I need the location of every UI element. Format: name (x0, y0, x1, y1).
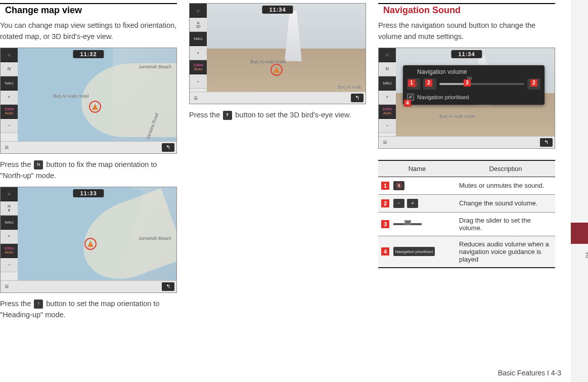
menu-icon[interactable]: ≡ (5, 282, 9, 290)
scale-auto-button[interactable]: 100mAuto (190, 60, 207, 74)
map-sidebar: ⌂ N NAU + 100mAuto − (379, 48, 396, 148)
nav-prioritised-row[interactable]: ✓ Navigation prioritised (407, 94, 540, 101)
callout-2a: 2 (425, 79, 432, 87)
map-bottombar: ≡ ↰ (379, 136, 555, 148)
th-desc: Description (456, 160, 555, 177)
row-desc: Reduces audio volume when a navigation v… (456, 236, 555, 268)
map-sidebar: ⌂ N NAU + 100mAuto − (1, 48, 18, 153)
screenshot-nav-sound: Burj Al Arab Hotel ⌂ N NAU + 100mAuto − … (378, 48, 555, 149)
map-canvas: Jumeirah Beach Burj Al Arab Hotel Jumeir… (18, 48, 176, 153)
zoom-out-button[interactable]: − (1, 258, 18, 272)
zoom-in-button[interactable]: + (1, 230, 18, 244)
compass-heading-button[interactable]: N⬆ (1, 201, 18, 216)
row-num: 1 (381, 182, 389, 190)
column-nav-sound: Navigation Sound Press the navigation so… (378, 3, 555, 354)
screenshot-3d-view: Burj Al Arab Hotel Burj Al Arab ⌂ N3D NA… (189, 3, 366, 104)
menu-icon[interactable]: ≡ (5, 143, 9, 151)
home-icon[interactable]: ⌂ (190, 4, 207, 18)
vehicle-marker (270, 64, 283, 76)
menu-icon[interactable]: ≡ (383, 138, 387, 146)
row-desc: Mutes or unmutes the sound. (456, 177, 555, 194)
compass-button[interactable]: N (379, 62, 396, 76)
table-row: 1 🔇 Mutes or unmutes the sound. (378, 177, 555, 194)
nau-button[interactable]: NAU (1, 216, 18, 230)
map-canvas: Jumeirah Beach (18, 187, 176, 292)
nav-prioritised-label: Navigation prioritised (417, 94, 469, 100)
north-icon: N (34, 160, 43, 169)
map-bottombar: ≡ ↰ (1, 141, 176, 153)
back-button[interactable]: ↰ (162, 143, 174, 152)
home-icon[interactable]: ⌂ (1, 187, 18, 201)
column-3d-view: Burj Al Arab Hotel Burj Al Arab ⌂ N3D NA… (189, 3, 366, 354)
map-bottombar: ≡ ↰ (190, 92, 366, 104)
row-num: 3 (381, 220, 389, 228)
poi-label-beach: Jumeirah Beach (139, 236, 171, 241)
nav-prioritised-pill: Navigation prioritised (393, 247, 435, 256)
nav-volume-panel: Navigation volume 🔇 − 10 + ✓ Navigation … (403, 65, 545, 105)
chapter-marker (571, 223, 588, 244)
poi-label-beach: Jumeirah Beach (139, 64, 171, 69)
page-columns: Change map view You can change map view … (0, 0, 588, 354)
three-d-icon: ↟ (223, 111, 232, 120)
scale-auto-button[interactable]: 100mAuto (1, 244, 18, 258)
zoom-out-button[interactable]: − (1, 119, 18, 133)
table-row: 4 Navigation prioritised Reduces audio v… (378, 236, 555, 268)
row-num: 2 (381, 199, 389, 207)
table-row: 2 − + Change the sound volume. (378, 194, 555, 212)
poi-label-hotel: Burj Al Arab Hotel (439, 114, 475, 119)
map-bottombar: ≡ ↰ (1, 280, 176, 292)
home-icon[interactable]: ⌂ (1, 48, 18, 62)
minus-icon: − (393, 199, 404, 208)
text-north-up: Press the N button to fix the map orient… (0, 159, 177, 182)
clock-display: 11:33 (73, 189, 104, 197)
zoom-out-button[interactable]: − (190, 74, 207, 89)
nav-sound-table: Name Description 1 🔇 Mutes or unmutes th… (378, 160, 555, 268)
zoom-in-button[interactable]: + (379, 91, 396, 105)
map-sidebar: ⌂ N⬆ NAU + 100mAuto − (1, 187, 18, 292)
column-change-map-view: Change map view You can change map view … (0, 3, 177, 354)
menu-icon[interactable]: ≡ (194, 94, 198, 102)
chapter-number: 04 (585, 252, 588, 258)
poi-label-hotel: Burj Al Arab Hotel (250, 59, 286, 64)
compass-3d-button[interactable]: N3D (190, 18, 207, 32)
back-button[interactable]: ↰ (351, 94, 364, 102)
zoom-in-button[interactable]: + (1, 91, 18, 105)
callout-1: 1 (408, 79, 415, 87)
clock-display: 11:32 (73, 50, 104, 58)
callout-4: 4 (404, 100, 411, 107)
text-3d-view: Press the ↟ button to set the 3D bird's-… (189, 109, 366, 120)
compass-north-button[interactable]: N (1, 62, 18, 76)
nav-volume-title: Navigation volume (407, 68, 540, 75)
nau-button[interactable]: NAU (190, 32, 207, 46)
vehicle-marker (84, 238, 97, 250)
plus-icon: + (407, 199, 418, 208)
text-heading-up: Press the ↑ button to set the map orient… (0, 298, 177, 321)
heading-nav-sound: Navigation Sound (378, 3, 555, 19)
intro-text-change-map: You can change map view settings to fixe… (0, 20, 177, 43)
table-row: 3 Drag the slider to set the volume. (378, 212, 555, 236)
row-desc: Change the sound volume. (456, 194, 555, 212)
volume-slider[interactable]: 10 (439, 83, 524, 85)
screenshot-heading-up: Jumeirah Beach ⌂ N⬆ NAU + 100mAuto − 11:… (0, 187, 177, 293)
slider-icon (393, 223, 422, 225)
zoom-in-button[interactable]: + (190, 46, 207, 60)
poi-label-hotel: Burj Al Arab Hotel (53, 94, 89, 99)
zoom-out-button[interactable]: − (379, 119, 396, 133)
screenshot-north-up: Jumeirah Beach Burj Al Arab Hotel Jumeir… (0, 48, 177, 154)
nau-button[interactable]: NAU (379, 76, 396, 91)
scale-auto-button[interactable]: 100mAuto (1, 105, 18, 119)
heading-icon: ↑ (34, 300, 43, 309)
scale-auto-button[interactable]: 100mAuto (379, 105, 396, 119)
chapter-tab: 04 (571, 0, 588, 382)
clock-display: 11:34 (262, 6, 293, 14)
clock-display: 11:34 (451, 50, 482, 58)
home-icon[interactable]: ⌂ (379, 48, 396, 62)
back-button[interactable]: ↰ (540, 138, 553, 147)
back-button[interactable]: ↰ (162, 282, 174, 291)
map-sidebar: ⌂ N3D NAU + 100mAuto − (190, 4, 207, 104)
nau-button[interactable]: NAU (1, 76, 18, 91)
th-name: Name (378, 160, 456, 177)
callout-3: 3 (464, 79, 471, 87)
page-footer: Basic Features I 4-3 (0, 369, 561, 377)
mute-icon: 🔇 (393, 181, 404, 190)
